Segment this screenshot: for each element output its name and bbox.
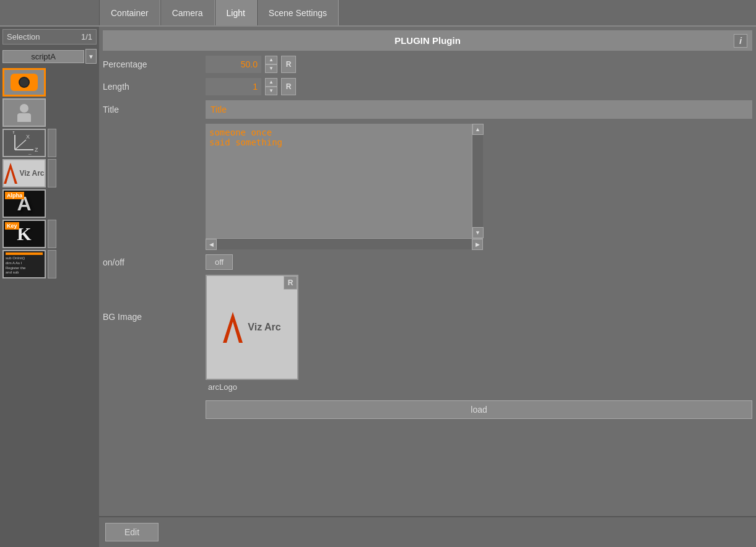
main-panel: PLUGIN Plugin i Percentage ▲ ▼ R Length … — [99, 27, 756, 547]
key-scroll[interactable] — [48, 220, 56, 248]
vizarc-icon-btn[interactable]: Viz Arc — [2, 159, 46, 187]
selection-label: Selection — [7, 32, 40, 41]
person-icon-row — [2, 98, 46, 127]
edit-button[interactable]: Edit — [105, 523, 159, 541]
tab-container[interactable]: Container — [99, 0, 160, 25]
key-label: Key — [5, 222, 19, 230]
percentage-label: Percentage — [103, 59, 202, 69]
sidebar: Selection 1/1 scriptA ▼ — [0, 27, 99, 547]
selection-count: 1/1 — [81, 32, 92, 41]
bg-image-wrapper: Viz Arc R arcLogo — [206, 275, 298, 392]
sidebar-icons: Y Z X _ — [2, 68, 97, 278]
main-textarea[interactable]: someone once said something — [206, 124, 472, 238]
vizarc-label: Viz Arc — [19, 169, 44, 178]
load-button[interactable]: load — [206, 400, 752, 419]
onoff-row: on/off off — [103, 254, 752, 270]
percentage-reset[interactable]: R — [281, 56, 296, 73]
axes-icon-btn[interactable]: Y Z X _ — [2, 129, 46, 157]
camera-icon — [11, 74, 38, 91]
textarea-wrapper: someone once said something ▲ ▼ — [206, 124, 752, 238]
axes-icon: Y Z X _ — [4, 130, 45, 156]
title-label: Title — [103, 105, 202, 114]
length-reset[interactable]: R — [281, 78, 296, 95]
svg-line-2 — [15, 140, 26, 150]
scroll-track-v — [472, 135, 483, 227]
onoff-label: on/off — [103, 257, 202, 267]
scroll-right-arrow[interactable]: ▶ — [472, 239, 483, 250]
bg-image-name: arcLogo — [206, 382, 237, 392]
svg-text:Z: Z — [35, 147, 38, 153]
alpha-icon-btn[interactable]: Alpha A — [2, 189, 46, 218]
key-icon: Key K — [4, 221, 45, 247]
bottom-bar: Edit — [99, 516, 756, 547]
main-layout: Selection 1/1 scriptA ▼ — [0, 27, 756, 547]
plugin-title: PLUGIN Plugin — [394, 35, 461, 46]
script-scroll[interactable] — [48, 250, 56, 278]
tab-camera[interactable]: Camera — [160, 0, 215, 25]
axes-icon-row: Y Z X _ — [2, 129, 56, 157]
svg-text:_: _ — [28, 149, 32, 155]
axes-scroll[interactable] — [48, 129, 56, 157]
camera-icon-row — [2, 68, 46, 97]
tab-light[interactable]: Light — [215, 0, 257, 25]
script-bar — [6, 252, 43, 255]
alpha-icon: Alpha A — [4, 191, 45, 217]
bg-image-logo-icon — [223, 312, 243, 343]
script-row: scriptA ▼ — [2, 49, 97, 64]
bg-image-box[interactable]: Viz Arc R — [206, 275, 298, 380]
vizarc-icon-row: Viz Arc — [2, 159, 56, 187]
key-large-k: K — [17, 223, 31, 244]
length-spin: ▲ ▼ — [265, 78, 277, 95]
camera-icon-btn[interactable] — [2, 68, 46, 97]
svg-text:X: X — [26, 134, 30, 140]
scroll-track-h — [217, 239, 472, 249]
length-row: Length ▲ ▼ R — [103, 78, 752, 95]
tab-scene-settings[interactable]: Scene Settings — [257, 0, 339, 25]
svg-text:Y: Y — [12, 131, 15, 135]
title-input[interactable] — [206, 100, 752, 119]
script-icon: sub OnInit()dim A As IRegister theand su… — [4, 251, 45, 277]
scroll-down-arrow[interactable]: ▼ — [472, 227, 484, 238]
script-button[interactable]: scriptA — [2, 50, 84, 63]
script-icon-btn[interactable]: sub OnInit()dim A As IRegister theand su… — [2, 250, 46, 278]
scroll-up-arrow[interactable]: ▲ — [472, 124, 484, 135]
alpha-label: Alpha — [5, 192, 24, 199]
title-row: Title — [103, 100, 752, 119]
top-tabs-bar: Container Camera Light Scene Settings — [0, 0, 756, 27]
person-body — [17, 113, 31, 122]
bg-image-content: Viz Arc — [207, 276, 297, 379]
percentage-spin: ▲ ▼ — [265, 56, 277, 73]
length-up[interactable]: ▲ — [265, 78, 277, 87]
onoff-button[interactable]: off — [206, 254, 233, 270]
scroll-left-arrow[interactable]: ◀ — [206, 239, 217, 250]
percentage-down[interactable]: ▼ — [265, 64, 277, 73]
script-icon-row: sub OnInit()dim A As IRegister theand su… — [2, 250, 56, 278]
person-head — [20, 104, 28, 113]
plugin-header: PLUGIN Plugin i — [103, 30, 752, 51]
bg-image-section: BG Image Viz Arc R arcLogo — [103, 275, 752, 392]
bg-image-logo-text: Viz Arc — [248, 322, 280, 333]
vizarc-icon: Viz Arc — [4, 160, 45, 186]
bg-image-reset-btn[interactable]: R — [284, 276, 297, 290]
length-label: Length — [103, 82, 202, 92]
length-down[interactable]: ▼ — [265, 87, 277, 95]
bg-image-label: BG Image — [103, 275, 202, 322]
percentage-up[interactable]: ▲ — [265, 56, 277, 64]
key-icon-row: Key K — [2, 220, 56, 248]
script-arrow-btn[interactable]: ▼ — [85, 49, 97, 64]
person-icon — [17, 104, 31, 122]
vizarc-scroll[interactable] — [48, 159, 56, 187]
script-text: sub OnInit()dim A As IRegister theand su… — [6, 256, 25, 275]
textarea-container: someone once said something ▲ ▼ ◀ ▶ — [206, 124, 752, 249]
length-input[interactable] — [206, 78, 261, 95]
alpha-icon-row: Alpha A — [2, 189, 46, 218]
key-icon-btn[interactable]: Key K — [2, 220, 46, 248]
percentage-row: Percentage ▲ ▼ R — [103, 56, 752, 73]
info-button[interactable]: i — [734, 34, 747, 48]
selection-box: Selection 1/1 — [2, 29, 97, 45]
textarea-scrollbar-h: ◀ ▶ — [206, 238, 483, 249]
textarea-scrollbar-v: ▲ ▼ — [472, 124, 483, 238]
person-icon-btn[interactable] — [2, 98, 46, 127]
percentage-input[interactable] — [206, 56, 261, 73]
